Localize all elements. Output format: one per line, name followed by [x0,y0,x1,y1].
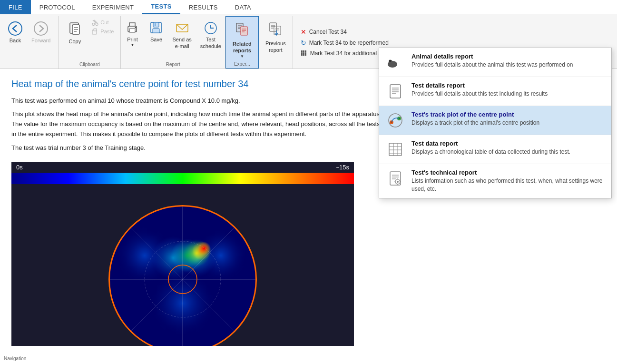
track-plot-icon [386,111,405,130]
email-icon [175,20,190,35]
svg-point-0 [9,22,22,35]
cut-button[interactable]: Cut [89,18,117,27]
grid-icon [301,50,307,57]
save-icon [148,20,164,35]
svg-rect-18 [153,29,159,33]
previous-report-group: Previous report [259,16,293,69]
colorbar-gradient [11,173,354,184]
report-label: Report [121,61,225,69]
svg-rect-39 [303,50,304,52]
dropdown-item-technical[interactable]: Test's technical report Lists informatio… [379,164,611,198]
technical-report-text: Test's technical report Lists informatio… [411,169,605,193]
forward-button[interactable]: Forward [28,19,54,46]
related-reports-icon [233,20,252,39]
navigation-group: Back Forward Navigation [0,16,59,69]
clipboard-group: Copy Cut [59,16,121,69]
related-reports-button[interactable]: Related reports ▼ [229,19,255,60]
dropdown-item-test-data[interactable]: Test data report Displays a chronologica… [379,135,611,164]
svg-rect-91 [390,172,401,185]
test-schedule-button[interactable]: Test schedule [196,18,225,52]
related-reports-dropdown-arrow: ▼ [240,54,244,59]
svg-rect-41 [301,52,303,54]
svg-rect-75 [390,85,401,98]
svg-rect-14 [129,29,135,32]
dropdown-item-track-plot[interactable]: Test's track plot of the centre point Di… [379,106,611,135]
animal-details-icon [386,53,405,72]
print-button[interactable]: Print ▼ [121,18,144,49]
colorbar-container: 0s ~15s [11,162,354,346]
svg-rect-40 [305,50,306,52]
related-reports-dropdown: Animal details report Provides full deta… [379,48,612,198]
animal-details-text: Animal details report Provides full deta… [411,53,605,69]
svg-rect-85 [389,143,402,156]
schedule-icon [203,20,218,35]
svg-point-80 [389,114,402,127]
tab-tests[interactable]: TESTS [142,0,180,14]
colorbar-labels: 0s ~15s [11,162,354,173]
ribbon-tabs: FILE PROTOCOL EXPERIMENT TESTS RESULTS D… [0,0,617,14]
svg-point-15 [135,27,137,29]
related-reports-group: Related reports ▼ Exper... [225,16,259,69]
paragraph-2: This plot shows the heat map of the anim… [11,109,382,139]
save-button[interactable]: Save [145,18,167,45]
tab-file[interactable]: FILE [0,0,31,14]
previous-report-icon [266,20,285,39]
svg-rect-42 [303,52,304,54]
heatmap-inner [11,184,354,346]
dropdown-item-test-details[interactable]: Test details report Provides full detail… [379,77,611,106]
heatmap-image [11,184,354,346]
dropdown-item-animal-details[interactable]: Animal details report Provides full deta… [379,48,611,77]
reperform-icon: ↻ [301,39,306,47]
send-email-button[interactable]: Send as e-mail [168,18,195,52]
colorbar-min-label: 0s [16,164,23,171]
track-plot-text: Test's track plot of the centre point Di… [411,111,605,127]
forward-icon [33,21,49,36]
paragraph-3: The test was trial number 3 of the Train… [11,143,382,153]
additional-score-action[interactable]: Mark Test 34 for additional sc... [299,49,391,58]
tab-experiment[interactable]: EXPERIMENT [84,0,143,14]
paragraph-1: This test was performed on animal 10 who… [11,96,382,106]
svg-rect-46 [305,54,306,56]
svg-rect-44 [301,54,303,56]
previous-report-button[interactable]: Previous report [262,18,290,56]
svg-point-9 [92,23,95,26]
tab-results[interactable]: RESULTS [180,0,226,14]
copy-icon [66,20,83,37]
heatmap-svg [11,184,354,346]
test-details-text: Test details report Provides full detail… [411,82,605,98]
cut-paste-col: Cut Paste [89,18,117,36]
svg-rect-45 [303,54,304,56]
svg-rect-38 [301,50,303,52]
print-icon [125,20,140,35]
technical-report-icon [386,169,405,188]
svg-rect-43 [305,52,306,54]
tab-protocol[interactable]: PROTOCOL [31,0,84,14]
paste-button[interactable]: Paste [89,27,117,36]
cut-icon [92,19,98,26]
svg-rect-12 [94,29,97,31]
svg-point-96 [397,181,399,183]
paste-icon [92,28,98,35]
cancel-icon: ✕ [301,28,306,36]
report-group: Print ▼ Save [121,16,225,69]
svg-point-74 [389,60,392,62]
reperform-test-action[interactable]: ↻ Mark Test 34 to be reperformed [299,38,391,48]
navigation-label: Navigation [4,355,26,363]
test-details-icon [386,82,405,101]
colorbar-max-label: ~15s [335,164,349,171]
svg-rect-30 [270,23,276,31]
svg-point-1 [34,22,48,35]
tab-data[interactable]: DATA [226,0,260,14]
clipboard-label: Clipboard [62,61,117,69]
test-data-icon [386,140,405,159]
copy-button[interactable]: Copy [62,18,87,47]
page-body: This test was performed on animal 10 who… [11,96,382,153]
cancel-test-action[interactable]: ✕ Cancel Test 34 [299,27,391,37]
back-icon [8,21,23,36]
svg-rect-26 [241,27,247,35]
svg-rect-17 [153,22,159,27]
test-data-text: Test data report Displays a chronologica… [411,140,605,156]
print-dropdown-arrow: ▼ [131,43,135,47]
back-button[interactable]: Back [4,19,27,46]
svg-point-10 [96,23,98,26]
